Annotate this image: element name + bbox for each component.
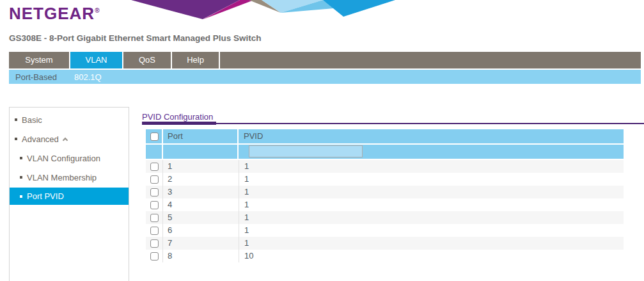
table-row: 2 1 [146, 173, 624, 186]
pvid-cell: 1 [239, 173, 624, 186]
title-rule-accent [142, 122, 216, 125]
page-title: PVID Configuration [142, 112, 213, 122]
pvid-cell: 1 [239, 186, 624, 198]
row-checkbox-cell [146, 211, 163, 224]
row-checkbox[interactable] [150, 214, 159, 222]
port-cell: 1 [163, 160, 239, 173]
pvid-cell: 1 [239, 160, 624, 173]
sidebar-item-vlan-membership[interactable]: VLAN Membership [10, 168, 129, 187]
row-checkbox[interactable] [150, 175, 159, 184]
row-checkbox[interactable] [150, 227, 159, 235]
select-all-checkbox[interactable] [150, 132, 159, 141]
row-checkbox[interactable] [150, 163, 159, 171]
netgear-logo: NETGEAR® [9, 4, 100, 24]
select-all-cell [146, 129, 163, 143]
sidebar-item-label: Basic [22, 115, 42, 125]
main-nav: System VLAN QoS Help [9, 52, 641, 68]
square-bullet-icon [20, 195, 22, 198]
sidebar-item-label: Port PVID [27, 191, 64, 201]
row-checkbox-cell [146, 224, 163, 237]
row-checkbox-cell [146, 237, 163, 250]
sidebar-item-label: Advanced [22, 134, 59, 144]
row-checkbox-cell [146, 173, 163, 186]
caret-up-icon [63, 138, 68, 143]
sidebar-item-port-pvid[interactable]: Port PVID [10, 188, 129, 205]
tab-qos[interactable]: QoS [123, 52, 172, 68]
pvid-table: Port PVID 1 1 2 [146, 129, 624, 262]
square-bullet-icon [15, 138, 17, 140]
device-title: GS308E - 8-Port Gigabit Ethernet Smart M… [9, 33, 262, 43]
netgear-logo-text: NETGEAR [9, 4, 95, 23]
column-header-port: Port [163, 129, 239, 143]
table-row: 4 1 [146, 198, 624, 211]
row-checkbox-cell [146, 186, 163, 198]
page: NETGEAR® GS308E - 8-Port Gigabit Etherne… [0, 0, 644, 281]
subnav-item-port-based[interactable]: Port-Based [15, 72, 57, 82]
sidebar: Basic Advanced VLAN Configuration VLAN M… [9, 107, 129, 281]
table-row: 5 1 [146, 211, 624, 224]
row-checkbox[interactable] [150, 252, 159, 261]
pvid-cell: 1 [239, 224, 624, 237]
port-cell: 4 [163, 198, 239, 211]
port-cell: 5 [163, 211, 239, 224]
pvid-filter-input[interactable] [249, 145, 363, 157]
pvid-cell: 1 [239, 237, 624, 250]
square-bullet-icon [15, 118, 17, 121]
tab-help[interactable]: Help [172, 52, 220, 68]
row-checkbox-cell [146, 250, 163, 262]
tab-system[interactable]: System [9, 52, 70, 68]
filter-port-cell [163, 145, 239, 159]
title-rule [142, 123, 644, 124]
pvid-cell: 10 [239, 250, 624, 262]
table-row: 8 10 [146, 250, 624, 262]
sub-nav: Port-Based 802.1Q [9, 70, 641, 84]
row-checkbox-cell [146, 160, 163, 173]
table-body: 1 1 2 1 3 1 [146, 160, 624, 262]
port-cell: 3 [163, 186, 239, 198]
table-row: 1 1 [146, 160, 624, 173]
sidebar-item-vlan-configuration[interactable]: VLAN Configuration [10, 149, 129, 168]
port-cell: 6 [163, 224, 239, 237]
row-checkbox[interactable] [150, 188, 159, 197]
registered-mark: ® [95, 7, 99, 14]
filter-pvid-cell [239, 145, 624, 159]
row-checkbox[interactable] [150, 239, 159, 248]
sidebar-item-advanced[interactable]: Advanced [10, 129, 129, 149]
table-row: 3 1 [146, 186, 624, 198]
square-bullet-icon [20, 157, 22, 159]
port-cell: 7 [163, 237, 239, 250]
filter-check-cell [146, 145, 163, 159]
table-row: 7 1 [146, 237, 624, 250]
table-row: 6 1 [146, 224, 624, 237]
square-bullet-icon [20, 176, 22, 179]
port-cell: 8 [163, 250, 239, 262]
column-header-pvid: PVID [239, 129, 624, 143]
row-checkbox[interactable] [150, 201, 159, 209]
port-cell: 2 [163, 173, 239, 186]
row-checkbox-cell [146, 198, 163, 211]
table-filter-row [146, 145, 624, 159]
banner-graphic [130, 0, 411, 22]
table-header-row: Port PVID [146, 129, 624, 143]
tab-vlan[interactable]: VLAN [70, 52, 123, 68]
sidebar-item-label: VLAN Membership [27, 173, 97, 182]
pvid-cell: 1 [239, 211, 624, 224]
pvid-cell: 1 [239, 198, 624, 211]
subnav-item-8021q[interactable]: 802.1Q [74, 72, 102, 82]
sidebar-item-label: VLAN Configuration [27, 154, 100, 163]
sidebar-item-basic[interactable]: Basic [10, 110, 129, 129]
